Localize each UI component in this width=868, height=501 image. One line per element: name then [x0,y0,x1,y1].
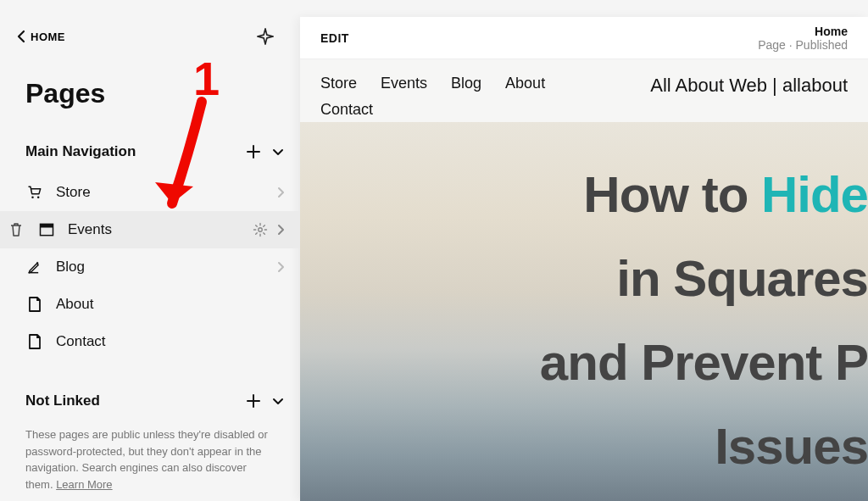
page-name: Home [758,25,848,38]
nav-item-store[interactable]: Store [0,174,300,211]
learn-more-link[interactable]: Learn More [56,478,112,491]
hero-section: How to Hide in Squares and Prevent P Iss… [300,122,868,501]
page-icon [25,296,44,313]
svg-point-0 [31,197,34,199]
hero-line-3: and Prevent P [540,333,868,392]
hero-line-1: How to Hide [583,165,868,224]
nav-item-events[interactable]: Events [0,211,300,248]
edit-button[interactable]: EDIT [320,31,349,45]
chevron-right-icon [276,261,285,273]
sidebar: HOME Pages Main Navigation Store [0,0,300,501]
pen-icon [25,259,44,276]
chevron-right-icon [276,186,285,198]
collapse-toggle[interactable] [271,145,285,159]
not-linked-description: These pages are public unless they're di… [0,418,300,493]
site-nav-link[interactable]: Events [381,75,427,92]
chevron-right-icon [276,224,285,236]
gear-icon[interactable] [253,222,268,237]
preview-panel: EDIT Home Page · Published Store Events … [300,17,868,501]
sparkle-button[interactable] [256,27,275,46]
site-nav-links: Store Events Blog About Contact [320,75,609,119]
site-nav-link[interactable]: Contact [320,101,373,119]
not-linked-actions [246,393,285,409]
trash-icon[interactable] [7,222,25,237]
main-nav-actions [246,144,285,159]
site-title: All About Web | allabout [650,75,848,97]
pages-title: Pages [0,63,300,135]
hero-text-accent: Hide [761,166,868,223]
not-linked-section-header: Not Linked [0,384,300,418]
nav-item-blog[interactable]: Blog [0,248,300,286]
back-home-label: HOME [31,31,65,43]
hero-line-2: in Squares [616,249,868,308]
nav-item-label: Blog [56,259,264,276]
hero-line-4: Issues [715,417,868,476]
page-status: Home Page · Published [758,25,848,52]
main-nav-section-header: Main Navigation [0,135,300,169]
chevron-left-icon [17,30,25,43]
page-meta: Page · Published [758,38,848,52]
site-nav-bar: Store Events Blog About Contact All Abou… [300,59,868,122]
nav-item-label: Contact [56,333,285,350]
svg-rect-3 [41,224,53,227]
page-icon [25,333,44,350]
site-nav-link[interactable]: Blog [451,75,481,92]
site-nav-link[interactable]: About [505,75,545,92]
hero-text: How to [583,166,761,223]
preview-top-bar: EDIT Home Page · Published [300,17,868,59]
back-home-button[interactable]: HOME [17,30,65,43]
site-nav-link[interactable]: Store [320,75,357,92]
collapse-toggle[interactable] [271,394,285,408]
nav-item-contact[interactable]: Contact [0,323,300,360]
cart-icon [25,184,44,201]
not-linked-title: Not Linked [25,392,100,409]
calendar-icon [37,221,56,238]
svg-point-4 [259,228,263,232]
add-page-button[interactable] [246,144,261,159]
sidebar-header: HOME [0,0,300,63]
nav-item-label: Events [68,221,241,238]
nav-item-about[interactable]: About [0,286,300,323]
add-page-button[interactable] [246,393,261,409]
nav-item-label: Store [56,184,264,201]
svg-point-1 [37,197,40,199]
main-nav-title: Main Navigation [25,143,136,160]
nav-item-label: About [56,296,285,313]
main-nav-list: Store Events [0,169,300,365]
